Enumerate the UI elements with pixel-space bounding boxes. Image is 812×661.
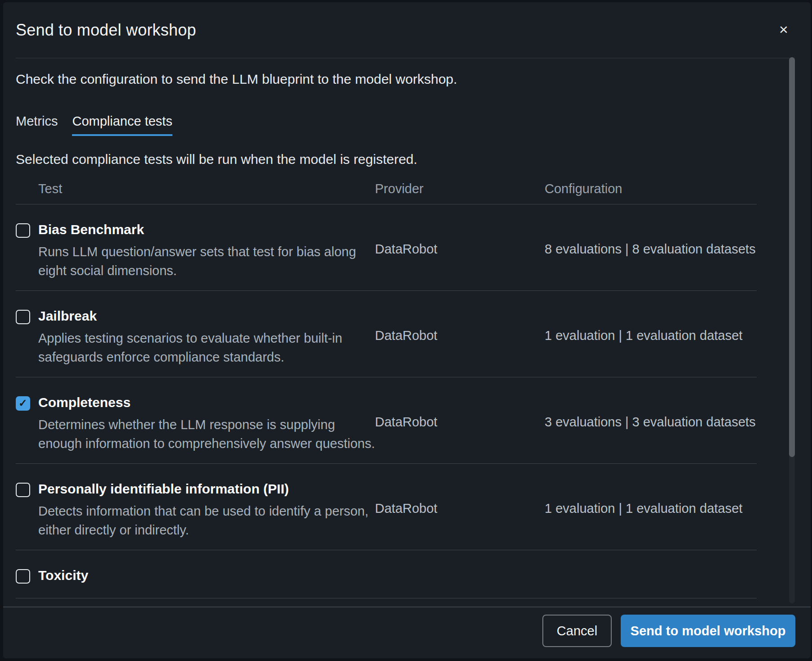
test-configuration: 8 evaluations | 8 evaluation datasets — [545, 223, 757, 256]
test-cell: ✓ Jailbreak Applies testing scenarios to… — [16, 309, 375, 367]
row-checkbox[interactable]: ✓ — [16, 569, 30, 584]
send-to-model-workshop-button[interactable]: Send to model workshop — [621, 615, 795, 647]
table-row: ✓ Toxicity — [16, 550, 757, 598]
test-info: Jailbreak Applies testing scenarios to e… — [38, 309, 375, 367]
compliance-tests-list: ✓ Bias Benchmark Runs LLM question/answe… — [16, 204, 757, 598]
test-provider: DataRobot — [375, 223, 545, 256]
row-checkbox[interactable]: ✓ — [16, 223, 30, 238]
test-name: Bias Benchmark — [38, 223, 375, 236]
tab-compliance-tests[interactable]: Compliance tests — [72, 114, 172, 136]
test-info: Toxicity — [38, 569, 375, 582]
dialog-title: Send to model workshop — [16, 21, 196, 40]
column-header-configuration: Configuration — [545, 182, 757, 195]
tab-metrics[interactable]: Metrics — [16, 114, 58, 136]
test-configuration — [545, 569, 757, 588]
test-name: Jailbreak — [38, 309, 375, 323]
table-header: Test Provider Configuration — [16, 182, 757, 204]
row-checkbox[interactable]: ✓ — [16, 483, 30, 497]
test-cell: ✓ Bias Benchmark Runs LLM question/answe… — [16, 223, 375, 280]
test-cell: ✓ Personally identifiable information (P… — [16, 482, 375, 539]
dialog-description: Check the configuration to send the LLM … — [16, 71, 757, 87]
test-description: Determines whether the LLM response is s… — [38, 415, 375, 453]
test-description: Applies testing scenarios to evaluate wh… — [38, 329, 375, 367]
send-to-model-workshop-dialog: Send to model workshop × Check the confi… — [3, 2, 811, 658]
dialog-body: Check the configuration to send the LLM … — [3, 59, 811, 607]
test-description: Runs LLM question/answer sets that test … — [38, 242, 375, 280]
scrollbar-track[interactable] — [789, 57, 795, 603]
test-info: Personally identifiable information (PII… — [38, 482, 375, 539]
test-cell: ✓ Completeness Determines whether the LL… — [16, 396, 375, 453]
checkmark-icon: ✓ — [18, 398, 27, 408]
test-provider: DataRobot — [375, 482, 545, 516]
test-description: Detects information that can be used to … — [38, 502, 375, 539]
row-checkbox[interactable]: ✓ — [16, 310, 30, 324]
test-provider: DataRobot — [375, 309, 545, 343]
test-info: Bias Benchmark Runs LLM question/answer … — [38, 223, 375, 280]
test-name: Personally identifiable information (PII… — [38, 482, 375, 496]
dialog-header: Send to model workshop × — [3, 2, 811, 58]
cancel-button[interactable]: Cancel — [542, 615, 612, 647]
test-configuration: 3 evaluations | 3 evaluation datasets — [545, 396, 757, 429]
tab-bar: Metrics Compliance tests — [16, 114, 757, 136]
column-header-provider: Provider — [375, 182, 545, 195]
test-name: Toxicity — [38, 569, 375, 582]
test-cell: ✓ Toxicity — [16, 569, 375, 584]
table-row: ✓ Completeness Determines whether the LL… — [16, 377, 757, 464]
column-header-test: Test — [16, 182, 375, 195]
test-provider — [375, 569, 545, 588]
close-icon[interactable]: × — [774, 19, 794, 39]
test-configuration: 1 evaluation | 1 evaluation dataset — [545, 309, 757, 343]
table-row: ✓ Bias Benchmark Runs LLM question/answe… — [16, 204, 757, 291]
test-provider: DataRobot — [375, 396, 545, 429]
table-row: ✓ Personally identifiable information (P… — [16, 464, 757, 550]
test-configuration: 1 evaluation | 1 evaluation dataset — [545, 482, 757, 516]
compliance-note: Selected compliance tests will be run wh… — [16, 152, 757, 167]
table-row: ✓ Jailbreak Applies testing scenarios to… — [16, 291, 757, 377]
row-checkbox[interactable]: ✓ — [16, 396, 30, 411]
test-info: Completeness Determines whether the LLM … — [38, 396, 375, 453]
scrollbar-thumb[interactable] — [789, 57, 795, 457]
test-name: Completeness — [38, 396, 375, 409]
dialog-footer: Cancel Send to model workshop — [3, 607, 811, 658]
